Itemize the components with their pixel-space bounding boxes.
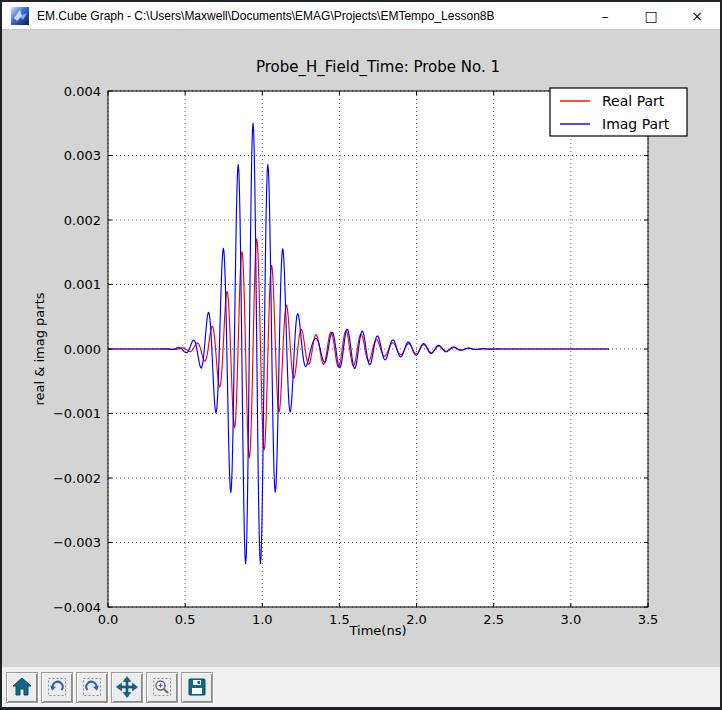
x-tick-label: 3.5 (638, 612, 659, 627)
x-tick-label: 2.5 (483, 612, 504, 627)
home-button[interactable] (6, 672, 38, 703)
figure-area[interactable]: 0.00.51.01.52.02.53.03.50.0040.0030.0020… (2, 30, 720, 667)
legend-label-imag: Imag Part (602, 116, 670, 132)
back-arrow-icon (46, 676, 68, 698)
save-button[interactable] (181, 672, 213, 703)
legend: Real Part Imag Part (550, 88, 687, 136)
back-button[interactable] (41, 672, 73, 703)
y-tick-label: −0.003 (53, 535, 101, 550)
pan-button[interactable] (111, 672, 143, 703)
zoom-button[interactable] (146, 672, 178, 703)
app-icon (11, 7, 29, 25)
navigation-toolbar (2, 667, 720, 707)
window-title: EM.Cube Graph - C:\Users\Maxwell\Documen… (37, 9, 495, 23)
y-tick-label: −0.001 (53, 406, 101, 421)
window-controls: – □ × (582, 2, 720, 29)
minimize-button[interactable]: – (582, 2, 628, 29)
close-button[interactable]: × (674, 2, 720, 29)
app-window: EM.Cube Graph - C:\Users\Maxwell\Documen… (0, 0, 722, 710)
chart-title: Probe_H_Field_Time: Probe No. 1 (256, 58, 500, 77)
x-tick-label: 1.5 (329, 612, 350, 627)
y-axis-label: real & imag parts (32, 292, 47, 405)
y-tick-label: −0.004 (53, 600, 101, 615)
x-tick-label: 3.0 (561, 612, 582, 627)
x-tick-label: 2.0 (406, 612, 427, 627)
forward-arrow-icon (81, 676, 103, 698)
y-tick-label: 0.001 (64, 277, 101, 292)
save-floppy-icon (187, 677, 207, 697)
pan-arrows-icon (116, 676, 138, 698)
chart-canvas[interactable]: 0.00.51.01.52.02.53.03.50.0040.0030.0020… (2, 30, 720, 667)
y-tick-label: 0.002 (64, 213, 101, 228)
maximize-button[interactable]: □ (628, 2, 674, 29)
y-tick-label: −0.002 (53, 471, 101, 486)
home-icon (11, 676, 33, 698)
x-tick-label: 1.0 (252, 612, 273, 627)
x-axis-label: Time(ns) (349, 623, 407, 638)
title-bar[interactable]: EM.Cube Graph - C:\Users\Maxwell\Documen… (2, 2, 720, 30)
y-tick-label: 0.003 (64, 148, 101, 163)
legend-label-real: Real Part (602, 93, 665, 109)
forward-button[interactable] (76, 672, 108, 703)
y-tick-label: 0.004 (64, 84, 101, 99)
zoom-rect-icon (151, 676, 173, 698)
x-tick-label: 0.5 (175, 612, 196, 627)
y-tick-label: 0.000 (64, 342, 101, 357)
